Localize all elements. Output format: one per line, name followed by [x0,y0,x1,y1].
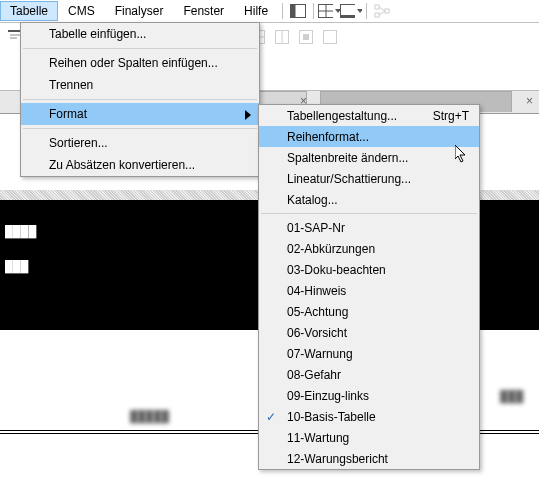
menu-item-tabellengestaltung[interactable]: Tabellengestaltung...Strg+T [259,105,479,126]
submenu-format: Tabellengestaltung...Strg+T Reihenformat… [258,104,480,470]
menu-item-katalog[interactable]: Katalog... [259,189,479,210]
menubar-separator [313,3,314,19]
menu-tabelle[interactable]: Tabelle [0,1,58,21]
menu-cms[interactable]: CMS [58,1,105,21]
menu-item-05-achtung[interactable]: 05-Achtung [259,301,479,322]
label: 05-Achtung [287,305,348,319]
svg-rect-28 [303,34,309,40]
label: Reihenformat... [287,130,369,144]
menu-separator [261,213,477,214]
check-icon: ✓ [266,410,276,424]
menu-separator [23,128,257,129]
menu-hilfe[interactable]: Hilfe [234,1,278,21]
label: 12-Warungsbericht [287,452,388,466]
menu-item-12-warungsbericht[interactable]: 12-Warungsbericht [259,448,479,469]
toolbar-border-icon[interactable] [340,0,362,22]
menu-separator [23,48,257,49]
menu-fenster[interactable]: Fenster [173,1,234,21]
menu-tabelle-dropdown: Tabelle einfügen... Reihen oder Spalten … [20,22,260,177]
svg-rect-29 [324,31,337,44]
menu-item-11-wartung[interactable]: 11-Wartung [259,427,479,448]
svg-rect-8 [375,13,379,17]
obscured-text: ███ [5,260,28,272]
menubar: Tabelle CMS Finalyser Fenster Hilfe [0,0,539,23]
toolbar-structure-icon[interactable] [371,0,393,22]
toolbar-grid-icon[interactable] [318,0,340,22]
menu-item-sortieren[interactable]: Sortieren... [21,132,259,154]
label: Tabelle einfügen... [49,27,146,41]
menu-item-06-vorsicht[interactable]: 06-Vorsicht [259,322,479,343]
menu-item-04-hinweis[interactable]: 04-Hinweis [259,280,479,301]
label: Tabellengestaltung... [287,109,397,123]
svg-rect-6 [341,15,355,17]
menu-item-zu-absaetzen[interactable]: Zu Absätzen konvertieren... [21,154,259,176]
label: Zu Absätzen konvertieren... [49,158,195,172]
label: 03-Doku-beachten [287,263,386,277]
label: Trennen [49,78,93,92]
menu-item-tabelle-einfuegen[interactable]: Tabelle einfügen... [21,23,259,45]
obscured-text: █████ [130,410,169,422]
obscured-text: ███ [500,390,523,402]
menu-item-03-doku-beachten[interactable]: 03-Doku-beachten [259,259,479,280]
shortcut: Strg+T [433,109,469,123]
submenu-arrow-icon [245,109,251,123]
label: 08-Gefahr [287,368,341,382]
svg-rect-7 [375,5,379,9]
menu-item-08-gefahr[interactable]: 08-Gefahr [259,364,479,385]
menu-item-09-einzug-links[interactable]: 09-Einzug-links [259,385,479,406]
label: Format [49,107,87,121]
tool-b-icon[interactable] [271,26,293,48]
label: Sortieren... [49,136,108,150]
menu-finalyser[interactable]: Finalyser [105,1,174,21]
tool-c-icon[interactable] [295,26,317,48]
menu-item-02-abkuerzungen[interactable]: 02-Abkürzungen [259,238,479,259]
label: 07-Warnung [287,347,353,361]
svg-line-10 [379,7,385,11]
tab-close-icon[interactable]: × [526,94,533,108]
menu-item-format[interactable]: Format [21,103,259,125]
menu-item-spaltenbreite[interactable]: Spaltenbreite ändern... [259,147,479,168]
svg-rect-1 [291,5,296,18]
label: 09-Einzug-links [287,389,369,403]
menu-item-10-basis-tabelle[interactable]: ✓10-Basis-Tabelle [259,406,479,427]
toolbar-panel-icon[interactable] [287,0,309,22]
menu-item-01-sap-nr[interactable]: 01-SAP-Nr [259,217,479,238]
label: 06-Vorsicht [287,326,347,340]
tool-d-icon[interactable] [319,26,341,48]
label: Spaltenbreite ändern... [287,151,408,165]
label: Lineatur/Schattierung... [287,172,411,186]
label: 11-Wartung [287,431,349,445]
menu-item-lineatur[interactable]: Lineatur/Schattierung... [259,168,479,189]
menu-separator [23,99,257,100]
obscured-text: ████ [5,225,36,237]
menu-item-reihen-spalten-einfuegen[interactable]: Reihen oder Spalten einfügen... [21,52,259,74]
label: 04-Hinweis [287,284,346,298]
menu-item-07-warnung[interactable]: 07-Warnung [259,343,479,364]
svg-line-11 [379,11,385,15]
svg-rect-9 [385,9,389,13]
label: Reihen oder Spalten einfügen... [49,56,218,70]
menubar-separator [282,3,283,19]
menubar-separator [366,3,367,19]
menu-item-reihenformat[interactable]: Reihenformat... [259,126,479,147]
label: Katalog... [287,193,338,207]
menu-item-trennen[interactable]: Trennen [21,74,259,96]
label: 02-Abkürzungen [287,242,375,256]
label: 01-SAP-Nr [287,221,345,235]
label: 10-Basis-Tabelle [287,410,376,424]
